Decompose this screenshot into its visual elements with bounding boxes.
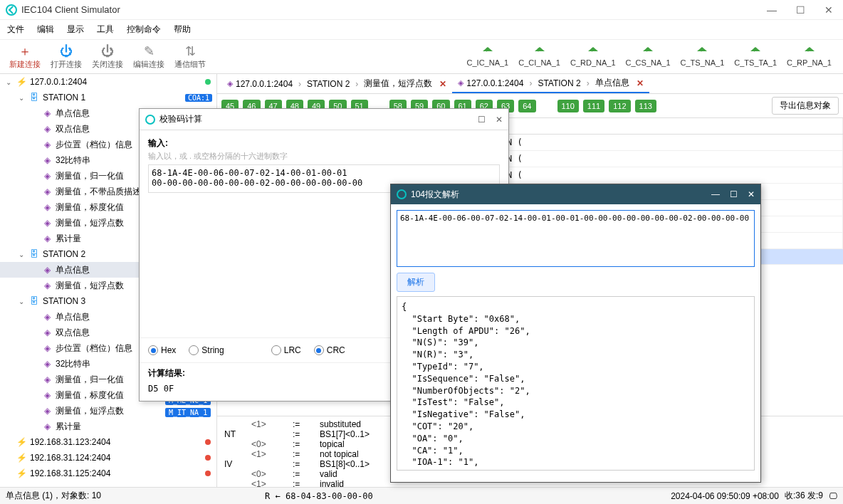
plus-icon: ＋ [19,43,31,59]
tree-label: 127.0.0.1:2404 [30,77,87,87]
status-left: 单点信息 (1)，对象数: 10 [6,490,101,502]
menu-display[interactable]: 显示 [67,23,84,36]
tree-label: 32比特串 [56,358,90,370]
tree-node-icon: 🗄 [28,296,40,306]
tree-label: STATION 2 [43,249,85,259]
parse-input[interactable]: 68-1A-4E-00-06-00-07-02-14-00-01-00-01-0… [397,210,755,267]
tree-label: 测量值，短浮点数 [56,217,124,229]
num-button-112[interactable]: 112 [609,100,630,112]
minimize-button[interactable]: — [763,4,780,16]
parse-output[interactable]: { "Start Byte": "0x68", "Length of APDU"… [397,296,755,471]
house-icon [642,47,654,57]
power-icon: ⏻ [60,43,73,59]
proto-C_CS_NA_1[interactable]: C_CS_NA_1 [626,47,671,67]
checksum-close-button[interactable]: ✕ [496,115,503,125]
num-button-111[interactable]: 111 [583,100,604,112]
tree-node-icon: 🗄 [28,93,40,103]
tab-close-icon[interactable]: ✕ [637,78,644,88]
tree-node-icon: ◈ [41,233,53,243]
menu-help[interactable]: 帮助 [174,23,191,36]
proto-C_IC_NA_1[interactable]: C_IC_NA_1 [467,47,509,67]
app-icon [145,115,155,125]
parse-dialog-title[interactable]: 104报文解析 — ☐ ✕ [391,184,760,204]
tool-open-connection[interactable]: ⏻ 打开连接 [46,43,87,70]
tree-item[interactable]: ⌄🗄STATION 1COA:1 [0,90,216,105]
tree-node-icon: ◈ [41,108,53,118]
layer-icon: ◈ [227,79,233,88]
tree-toggle-icon[interactable]: ⌄ [19,251,28,258]
status-monitor-icon[interactable]: 🖵 [829,491,837,501]
radio-string[interactable]: String [189,345,224,355]
tree-item[interactable]: ⌄⚡127.0.0.1:2404 [0,74,216,90]
proto-C_RP_NA_1[interactable]: C_RP_NA_1 [787,47,832,67]
parse-title-text: 104报文解析 [411,189,459,201]
parse-minimize-button[interactable]: — [711,189,720,199]
num-button-113[interactable]: 113 [635,100,656,112]
parse-dialog: 104报文解析 — ☐ ✕ 68-1A-4E-00-06-00-07-02-14… [390,184,761,483]
tree-node-icon: ◈ [41,343,53,353]
app-icon [6,4,17,16]
radio-hex[interactable]: Hex [148,345,176,355]
coa-badge: COA:1 [185,94,212,102]
tree-label: 测量值，短浮点数 [56,405,124,417]
parse-maximize-button[interactable]: ☐ [730,189,738,199]
tab[interactable]: ◈127.0.0.1:2404›STATION 2›测量值，短浮点数✕ [221,75,452,93]
tool-comm-detail[interactable]: ⇅ 通信细节 [169,43,211,70]
tree-node-icon: ◈ [41,202,53,212]
tree-node-icon: ⚡ [16,77,27,87]
radio-lrc[interactable]: LRC [271,345,301,355]
menu-file[interactable]: 文件 [7,23,24,36]
tree-label: 单点信息 [56,311,90,323]
tree-node-icon: 🗄 [28,249,40,259]
proto-C_TS_NA_1[interactable]: C_TS_NA_1 [681,47,725,67]
house-icon [696,47,708,57]
house-icon [481,47,494,57]
house-icon [749,47,762,57]
tab-close-icon[interactable]: ✕ [439,79,446,89]
tree-node-icon: ⚡ [16,437,27,447]
tree-node-icon: ◈ [41,359,53,369]
export-button[interactable]: 导出信息对象 [772,97,839,115]
maximize-button[interactable]: ☐ [792,4,809,16]
num-button-64[interactable]: 64 [518,100,535,112]
tool-new-connection[interactable]: ＋ 新建连接 [4,43,46,70]
parse-button[interactable]: 解析 [397,273,435,292]
close-button[interactable]: ✕ [820,4,837,16]
tree-item[interactable]: ⚡192.168.31.124:2404 [0,450,216,466]
tool-close-connection[interactable]: ⏻ 关闭连接 [87,43,128,70]
num-button-110[interactable]: 110 [557,100,579,112]
checksum-maximize-button[interactable]: ☐ [478,115,486,125]
tree-item[interactable]: ⚡192.168.31.125:2404 [0,466,216,481]
tree-item[interactable]: ⚡192.168.31.123:2404 [0,434,216,450]
menu-edit[interactable]: 编辑 [37,23,54,36]
tree-toggle-icon[interactable]: ⌄ [19,298,28,305]
checksum-input-label: 输入: [148,137,500,149]
window-controls: — ☐ ✕ [763,4,837,16]
parse-close-button[interactable]: ✕ [748,189,755,199]
tree-toggle-icon[interactable]: ⌄ [19,94,28,102]
menubar: 文件 编辑 显示 工具 控制命令 帮助 [0,20,843,40]
tab[interactable]: ◈127.0.0.1:2404›STATION 2›单点信息✕ [452,75,649,93]
power-off-icon: ⏻ [101,43,114,59]
tree-node-icon: ◈ [41,421,53,431]
proto-C_TS_TA_1[interactable]: C_TS_TA_1 [734,47,777,67]
tool-edit-connection[interactable]: ✎ 编辑连接 [128,43,169,70]
status-dot-green [205,79,211,85]
tree-item[interactable]: ◈累计量 [0,419,216,434]
tree-node-icon: ◈ [41,124,53,134]
proto-C_CI_NA_1[interactable]: C_CI_NA_1 [518,47,560,67]
tree-toggle-icon[interactable]: ⌄ [6,78,16,86]
tree-label: 单点信息 [56,107,90,120]
radio-crc[interactable]: CRC [314,345,345,355]
tree-node-icon: ◈ [41,265,53,275]
layer-icon: ◈ [458,78,464,88]
tree-node-icon: ◈ [41,140,53,149]
menu-tools[interactable]: 工具 [97,23,114,36]
menu-control[interactable]: 控制命令 [127,23,161,36]
tree-label: 192.168.31.123:2404 [30,437,110,447]
proto-C_RD_NA_1[interactable]: C_RD_NA_1 [570,47,616,67]
status-mid: R ← 68-04-83-00-00-00 [265,491,373,501]
protocol-buttons: C_IC_NA_1C_CI_NA_1C_RD_NA_1C_CS_NA_1C_TS… [467,47,839,67]
tree-label: 累计量 [56,421,81,433]
checksum-dialog-title[interactable]: 校验码计算 ☐ ✕ [140,109,508,130]
